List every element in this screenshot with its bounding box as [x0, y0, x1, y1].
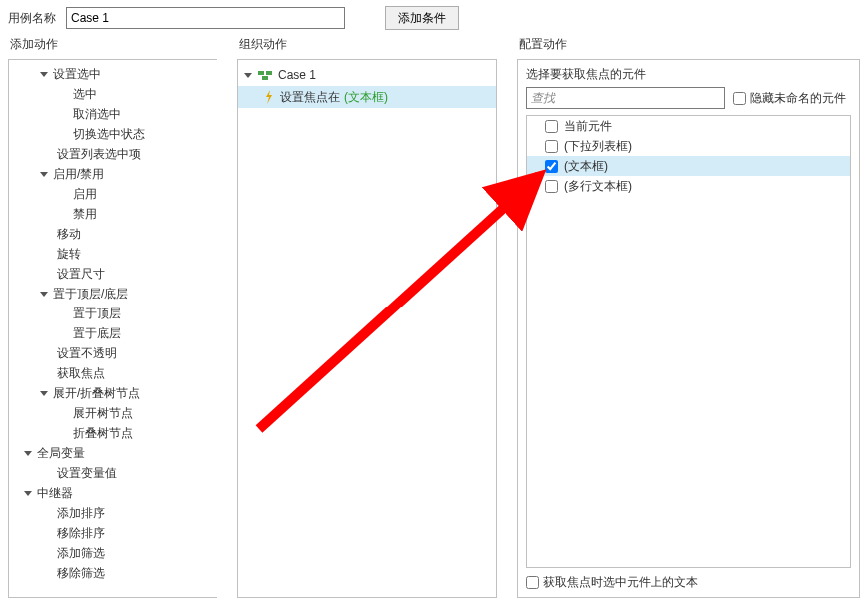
case-name-input[interactable] — [66, 7, 345, 29]
tree-item-label: 启用/禁用 — [53, 166, 104, 183]
select-text-on-focus-checkbox[interactable]: 获取焦点时选中元件上的文本 — [526, 574, 698, 591]
case-node[interactable]: Case 1 — [238, 64, 496, 86]
caret-down-icon — [39, 289, 49, 299]
svg-rect-0 — [258, 71, 264, 75]
right-column-title: 配置动作 — [517, 36, 860, 53]
tree-group[interactable]: 设置选中 — [9, 64, 217, 84]
list-item[interactable]: (下拉列表框) — [527, 136, 850, 156]
tree-leaf[interactable]: 旋转 — [9, 244, 217, 264]
caret-down-icon — [23, 448, 33, 458]
search-input[interactable] — [526, 87, 725, 109]
tree-item-label: 设置不透明 — [57, 345, 117, 362]
caret-down-icon — [39, 388, 49, 398]
select-text-on-focus-input[interactable] — [526, 576, 539, 589]
tree-item-label: 取消选中 — [73, 106, 121, 123]
tree-item-label: 置于底层 — [73, 325, 121, 342]
caret-down-icon — [39, 69, 49, 79]
tree-group[interactable]: 置于顶层/底层 — [9, 284, 217, 304]
tree-leaf[interactable]: 获取焦点 — [9, 363, 217, 383]
tree-leaf[interactable]: 切换选中状态 — [9, 124, 217, 144]
action-target: (文本框) — [344, 89, 388, 106]
tree-item-label: 设置列表选中项 — [57, 146, 141, 163]
tree-leaf[interactable]: 禁用 — [9, 204, 217, 224]
tree-leaf[interactable]: 移动 — [9, 224, 217, 244]
tree-leaf[interactable]: 添加排序 — [9, 503, 217, 523]
list-item-checkbox[interactable] — [545, 120, 558, 133]
tree-leaf[interactable]: 置于底层 — [9, 323, 217, 343]
tree-item-label: 设置变量值 — [57, 465, 117, 482]
add-action-tree[interactable]: 设置选中选中取消选中切换选中状态设置列表选中项启用/禁用启用禁用移动旋转设置尺寸… — [9, 60, 217, 597]
tree-leaf[interactable]: 添加筛选 — [9, 543, 217, 563]
tree-leaf[interactable]: 取消选中 — [9, 104, 217, 124]
tree-item-label: 设置尺寸 — [57, 266, 105, 283]
list-item-label: (文本框) — [564, 158, 608, 175]
tree-leaf[interactable]: 选中 — [9, 84, 217, 104]
tree-leaf[interactable]: 启用 — [9, 184, 217, 204]
list-item-label: (多行文本框) — [564, 178, 632, 195]
svg-rect-2 — [262, 76, 268, 80]
tree-item-label: 全局变量 — [37, 445, 85, 462]
svg-rect-1 — [266, 71, 272, 75]
tree-leaf[interactable]: 置于顶层 — [9, 304, 217, 323]
tree-item-label: 禁用 — [73, 206, 97, 223]
case-icon — [258, 69, 272, 81]
tree-leaf[interactable]: 设置不透明 — [9, 343, 217, 363]
list-item-checkbox[interactable] — [545, 180, 558, 193]
tree-item-label: 切换选中状态 — [73, 126, 145, 143]
select-text-on-focus-label: 获取焦点时选中元件上的文本 — [543, 574, 698, 591]
tree-item-label: 中继器 — [37, 485, 73, 502]
mid-column-title: 组织动作 — [237, 36, 497, 53]
tree-group[interactable]: 启用/禁用 — [9, 164, 217, 184]
hide-unnamed-label: 隐藏未命名的元件 — [750, 90, 846, 107]
tree-item-label: 置于顶层 — [73, 306, 121, 322]
tree-leaf[interactable]: 设置变量值 — [9, 463, 217, 483]
case-label: Case 1 — [278, 68, 316, 82]
tree-item-label: 获取焦点 — [57, 365, 105, 382]
list-item[interactable]: 当前元件 — [527, 116, 850, 136]
hide-unnamed-checkbox[interactable]: 隐藏未命名的元件 — [733, 90, 846, 107]
tree-item-label: 展开树节点 — [73, 405, 133, 422]
tree-item-label: 折叠树节点 — [73, 425, 133, 442]
widget-list[interactable]: 当前元件(下拉列表框)(文本框)(多行文本框) — [527, 116, 850, 567]
tree-group[interactable]: 中继器 — [9, 483, 217, 503]
focus-target-header: 选择要获取焦点的元件 — [518, 60, 859, 87]
tree-item-label: 添加筛选 — [57, 545, 105, 562]
tree-item-label: 旋转 — [57, 246, 81, 263]
tree-item-label: 选中 — [73, 86, 97, 103]
tree-leaf[interactable]: 展开树节点 — [9, 403, 217, 423]
tree-item-label: 置于顶层/底层 — [53, 286, 128, 303]
tree-leaf[interactable]: 折叠树节点 — [9, 423, 217, 443]
tree-leaf[interactable]: 移除排序 — [9, 523, 217, 543]
list-item-label: 当前元件 — [564, 118, 612, 135]
tree-item-label: 添加排序 — [57, 505, 105, 522]
list-item-label: (下拉列表框) — [564, 138, 632, 155]
tree-leaf[interactable]: 设置列表选中项 — [9, 144, 217, 164]
list-item[interactable]: (多行文本框) — [527, 176, 850, 196]
hide-unnamed-checkbox-input[interactable] — [733, 92, 746, 105]
case-name-label: 用例名称 — [8, 10, 56, 27]
tree-item-label: 设置选中 — [53, 66, 101, 83]
left-column-title: 添加动作 — [8, 36, 217, 53]
tree-item-label: 启用 — [73, 186, 97, 203]
list-item-checkbox[interactable] — [545, 160, 558, 173]
tree-group[interactable]: 全局变量 — [9, 443, 217, 463]
lightning-icon — [264, 90, 274, 104]
caret-down-icon — [244, 71, 252, 79]
action-node[interactable]: 设置焦点在 (文本框) — [238, 86, 496, 108]
tree-item-label: 移除筛选 — [57, 565, 105, 582]
list-item[interactable]: (文本框) — [527, 156, 850, 176]
add-condition-button[interactable]: 添加条件 — [385, 6, 459, 30]
tree-leaf[interactable]: 设置尺寸 — [9, 264, 217, 284]
tree-item-label: 展开/折叠树节点 — [53, 385, 140, 402]
list-item-checkbox[interactable] — [545, 140, 558, 153]
caret-down-icon — [39, 169, 49, 179]
tree-leaf[interactable]: 移除筛选 — [9, 563, 217, 583]
tree-item-label: 移动 — [57, 226, 81, 243]
tree-item-label: 移除排序 — [57, 525, 105, 542]
tree-group[interactable]: 展开/折叠树节点 — [9, 383, 217, 403]
action-label: 设置焦点在 — [280, 89, 340, 106]
caret-down-icon — [23, 488, 33, 498]
